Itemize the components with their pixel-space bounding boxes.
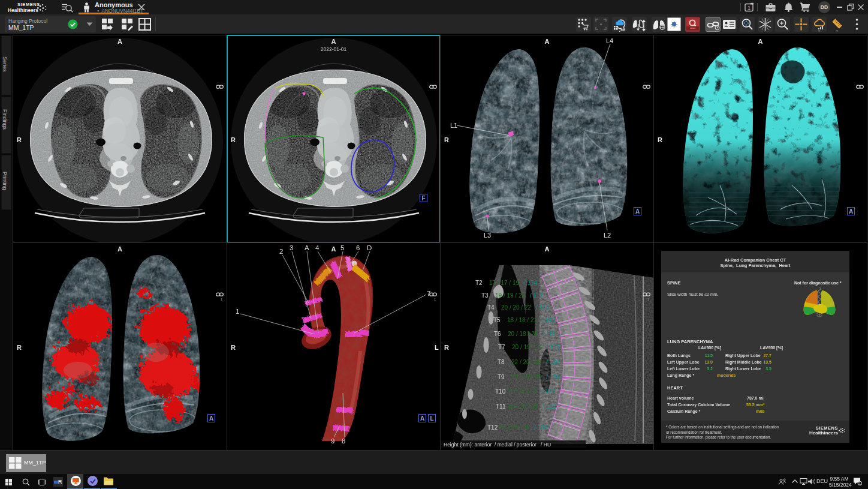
svg-text:9: 9 (331, 437, 334, 445)
svg-text:T12: T12 (487, 424, 498, 431)
svg-text:20 / 18 / 21: 20 / 18 / 21 (508, 331, 538, 337)
svg-text:1: 1 (859, 482, 861, 485)
svg-text:T3: T3 (481, 292, 489, 299)
svg-text:/ 120: / 120 (546, 374, 560, 380)
svg-text:T5: T5 (493, 317, 501, 323)
svg-text:Height (mm): anterior / media: Height (mm): anterior / medial / posteri… (444, 442, 551, 448)
svg-text:1: 1 (236, 308, 239, 315)
svg-text:/ 135: / 135 (547, 344, 560, 350)
svg-text:/ 140: / 140 (542, 317, 556, 323)
svg-text:/ 108: / 108 (534, 424, 548, 431)
svg-text:26 / 23 / 28: 26 / 23 / 28 (508, 403, 538, 410)
svg-text:L2: L2 (604, 232, 611, 239)
svg-text:24 / 18 / 25: 24 / 18 / 25 (511, 374, 541, 380)
svg-text:T2: T2 (475, 280, 483, 286)
svg-text:/ 122: / 122 (542, 403, 556, 410)
svg-text:1: 1 (748, 5, 751, 11)
svg-text:/ 118: / 118 (542, 331, 556, 337)
svg-text:24 / 22 / 25: 24 / 22 / 25 (507, 388, 537, 395)
svg-text:19 / 19 / 22: 19 / 19 / 22 (495, 292, 525, 299)
svg-text:26 / 22 / 28: 26 / 22 / 28 (499, 424, 529, 431)
svg-text:/ 130: / 130 (546, 359, 560, 365)
svg-text:T6: T6 (494, 331, 501, 337)
svg-text:20 / 20 / 22: 20 / 20 / 22 (501, 304, 531, 311)
svg-text:T7: T7 (498, 344, 505, 350)
svg-text:T4: T4 (487, 304, 495, 311)
svg-text:L1: L1 (450, 122, 457, 129)
svg-text:/ 136: / 136 (536, 304, 550, 311)
svg-text:/ 122: / 122 (542, 388, 556, 395)
svg-text:/ 174: / 174 (524, 280, 538, 286)
svg-text:8: 8 (342, 437, 345, 445)
svg-text:T8: T8 (498, 359, 505, 365)
svg-text:T11: T11 (496, 403, 506, 410)
svg-text:L3: L3 (484, 232, 491, 239)
svg-text:22 / 20 / 24: 22 / 20 / 24 (511, 359, 541, 365)
svg-text:18 / 18 / 21: 18 / 18 / 21 (507, 317, 537, 323)
svg-text:17 / 17 / 19: 17 / 17 / 19 (489, 280, 519, 286)
svg-text:20 / 19 / 24: 20 / 19 / 24 (512, 344, 542, 350)
svg-text:T10: T10 (495, 388, 506, 395)
svg-text:/ 112: / 112 (530, 292, 543, 299)
svg-text:T9: T9 (498, 374, 505, 380)
